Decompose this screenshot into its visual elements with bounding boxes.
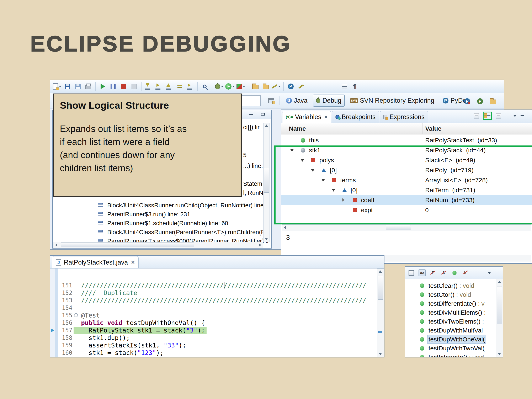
expanded-twistie-icon[interactable] [301, 159, 304, 162]
tab-expressions[interactable]: Expressions [380, 111, 428, 123]
debug-menu-button[interactable] [215, 82, 224, 91]
open-perspective-button[interactable] [267, 96, 276, 105]
pydev-package-button[interactable]: P [286, 82, 295, 91]
terminate-button[interactable] [119, 82, 128, 91]
stack-frame[interactable]: BlockJUnit4ClassRunner.runChild(Object, … [53, 201, 271, 210]
variable-row-terms[interactable]: terms ArrayList<E> (id=728) [281, 175, 532, 185]
editor-tab[interactable]: J RatPolyStackTest.java × [52, 256, 139, 268]
expanded-twistie-icon[interactable] [322, 179, 325, 182]
variable-row-stk1[interactable]: stk1 RatPolyStack (id=44) [281, 145, 532, 155]
outline-item[interactable]: testIntegrate() : void [405, 353, 503, 357]
collapse-all-button[interactable] [408, 269, 415, 276]
toolbar-field[interactable] [242, 95, 261, 106]
debug-vertical-scrollbar[interactable] [263, 123, 270, 242]
collapse-all-button[interactable] [474, 113, 479, 119]
line-number[interactable]: 159 [58, 342, 72, 349]
minimize-view-icon[interactable] [249, 114, 253, 115]
step-over-button[interactable] [155, 83, 163, 90]
close-icon[interactable]: × [131, 259, 134, 266]
show-logical-structure-button[interactable] [483, 112, 492, 120]
variable-row-elem0[interactable]: [0] RatPoly (id=719) [281, 165, 532, 175]
layout-button[interactable] [496, 113, 501, 119]
column-divider[interactable] [422, 123, 423, 134]
expanded-twistie-icon[interactable] [332, 189, 335, 192]
sort-button[interactable]: az [418, 269, 426, 276]
outline-item[interactable]: testDupWithMultVal [405, 326, 503, 335]
external-tools-button[interactable] [272, 82, 280, 91]
show-whitespace-button[interactable]: ¶ [350, 82, 359, 91]
code-editor[interactable]: 151 ////////////////////////////////////… [50, 268, 384, 357]
variable-row-this[interactable]: this RatPolyStackTest (id=33) [281, 135, 532, 145]
hide-fields-button[interactable]: F [429, 269, 437, 276]
variable-value: RatPolyStack (id=44) [425, 145, 486, 155]
outline-item[interactable]: testDupWithTwoVal( [405, 344, 503, 353]
outline-item[interactable]: testDivTwoElems() : [405, 317, 503, 326]
tab-breakpoints[interactable]: Breakpoints [332, 111, 379, 123]
variable-row-polys[interactable]: polys Stack<E> (id=49) [281, 155, 532, 165]
expanded-twistie-icon[interactable] [311, 169, 314, 172]
view-menu-button[interactable] [513, 115, 517, 117]
perspective-debug[interactable]: Debug [313, 95, 345, 107]
line-number[interactable]: 154 [58, 304, 72, 312]
pydev-debug-button[interactable]: P [463, 96, 472, 106]
print-button[interactable] [84, 82, 93, 91]
resume-button[interactable] [99, 82, 107, 91]
variables-horizontal-scrollbar[interactable] [282, 224, 531, 231]
variable-row-expt[interactable]: expt 0 [281, 205, 532, 215]
package-explorer-button[interactable] [488, 96, 497, 106]
debug-horizontal-scrollbar[interactable] [53, 242, 263, 248]
save-button[interactable] [63, 82, 72, 91]
drop-to-frame-button[interactable] [175, 82, 184, 91]
outline-item[interactable]: testClear() : void [405, 281, 503, 290]
maximize-view-icon[interactable] [261, 113, 265, 115]
outline-item[interactable]: testDivMultiElems() : [405, 308, 503, 317]
stack-frame[interactable]: ParentRunner$1.schedule(Runnable) line: … [53, 219, 271, 228]
hide-local-types-button[interactable]: L [462, 269, 469, 276]
outline-item[interactable]: testDifferentiate() : v [405, 299, 503, 308]
line-number[interactable]: 151 [58, 282, 72, 289]
minimize-view-icon[interactable] [520, 115, 524, 116]
pydev-browser-button[interactable]: P [476, 96, 484, 106]
line-number[interactable]: 153 [58, 297, 72, 304]
line-number[interactable]: 160 [58, 349, 72, 357]
variables-column-header[interactable]: Name Value [281, 123, 532, 134]
coverage-menu-button[interactable] [236, 82, 245, 91]
variables-detail-pane[interactable]: 3 [281, 231, 532, 255]
outline-item-selected[interactable]: testDupWithOneVal( [405, 335, 503, 344]
outline-vertical-scrollbar[interactable] [496, 279, 503, 357]
line-number[interactable]: 155 [58, 312, 72, 319]
open-type-button[interactable] [297, 82, 305, 91]
expanded-twistie-icon[interactable] [290, 149, 294, 152]
variable-row-elem0-inner[interactable]: [0] RatTerm (id=731) [281, 185, 532, 195]
annotation-marker-icon[interactable] [378, 331, 382, 333]
line-number[interactable]: 158 [58, 334, 72, 342]
stack-frame[interactable]: ParentRunner$3.run() line: 231 [53, 210, 271, 219]
perspective-java[interactable]: J Java [283, 95, 310, 107]
save-all-button[interactable] [74, 82, 82, 91]
close-icon[interactable]: × [324, 114, 328, 120]
search-button[interactable] [200, 82, 209, 91]
line-number[interactable]: 161 [58, 357, 72, 357]
run-menu-button[interactable] [225, 82, 235, 91]
tab-variables[interactable]: (x)= Variables × [282, 111, 331, 123]
variable-row-coeff[interactable]: coeff RatNum (id=733) [281, 195, 532, 205]
outline-item[interactable]: testCtor() : void [405, 290, 503, 299]
suspend-button[interactable] [109, 82, 118, 91]
open-resource-button[interactable] [261, 82, 270, 91]
line-number[interactable]: 152 [58, 289, 72, 297]
perspective-svn[interactable]: SVN SVN Repository Exploring [347, 95, 437, 107]
step-into-button[interactable] [144, 83, 153, 90]
step-return-button[interactable] [165, 83, 174, 90]
stack-frame[interactable]: BlockJUnit4ClassRunner(ParentRunner<T>).… [53, 228, 271, 237]
view-menu-button[interactable] [488, 272, 491, 274]
new-wizard-button[interactable] [53, 82, 62, 91]
collapsed-twistie-icon[interactable] [342, 198, 345, 202]
hide-nonpublic-button[interactable] [451, 269, 458, 276]
editor-presentation-button[interactable] [340, 82, 349, 91]
disconnect-button[interactable] [130, 82, 138, 91]
line-number[interactable]: 157 [58, 327, 72, 334]
hide-static-button[interactable]: S [440, 269, 447, 276]
line-number[interactable]: 156 [58, 319, 72, 327]
editor-vertical-scrollbar[interactable] [377, 268, 384, 357]
new-java-project-button[interactable] [251, 82, 260, 91]
